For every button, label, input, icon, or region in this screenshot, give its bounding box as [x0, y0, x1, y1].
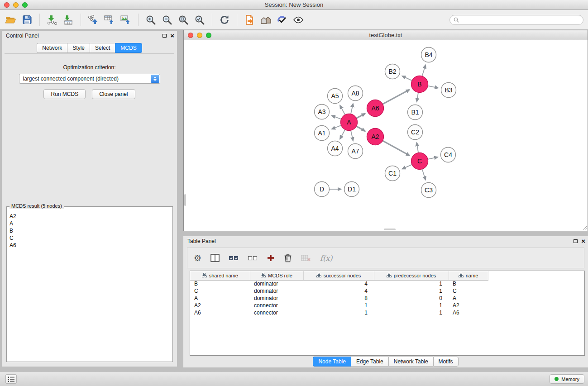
column-header-MCDS-role[interactable]: MCDS role [250, 271, 303, 280]
graph-edge-A-A2[interactable] [356, 126, 365, 131]
graph-node-B1[interactable]: B1 [408, 105, 423, 120]
table-row[interactable]: Cdominator41C [190, 287, 488, 295]
close-panel-icon[interactable]: × [170, 32, 174, 40]
criterion-dropdown[interactable]: largest connected component (directed) [19, 74, 160, 84]
graph-edge-C-C4[interactable] [428, 157, 438, 159]
graph-edge-A-A3[interactable] [332, 115, 341, 119]
graph-edge-A-A1[interactable] [332, 125, 341, 129]
vertical-scroll-hint[interactable] [184, 194, 186, 206]
tab-style[interactable]: Style [67, 43, 90, 53]
graph-edge-C-C3[interactable] [422, 169, 425, 180]
graph-node-D1[interactable]: D1 [344, 182, 359, 197]
zoom-button[interactable] [22, 2, 28, 8]
result-item[interactable]: C [10, 234, 170, 242]
search-input[interactable] [461, 16, 583, 24]
memory-button[interactable]: Memory [550, 374, 584, 384]
function-builder-button[interactable]: f(x) [320, 251, 332, 265]
result-item[interactable]: A6 [10, 242, 170, 249]
tab-node-table[interactable]: Node Table [313, 357, 351, 367]
graph-edge-B-B1[interactable] [417, 92, 418, 102]
graph-node-D[interactable]: D [315, 182, 330, 197]
add-column-button[interactable] [267, 251, 275, 265]
graph-node-A7[interactable]: A7 [348, 144, 363, 159]
graph-node-A1[interactable]: A1 [315, 126, 330, 141]
graph-edge-A6-B[interactable] [382, 90, 409, 104]
table-row[interactable]: A2connector11A2 [190, 302, 488, 309]
table-settings-button[interactable]: ⚙ [194, 251, 201, 265]
network-zoom-button[interactable] [206, 33, 211, 38]
table-float-panel-icon[interactable] [574, 239, 578, 243]
table-row[interactable]: Adominator80A [190, 295, 488, 302]
column-layout-button[interactable] [210, 251, 220, 265]
graph-edge-A-A7[interactable] [351, 130, 353, 141]
refresh-view-button[interactable] [216, 12, 233, 28]
tab-network-table[interactable]: Network Table [388, 357, 433, 367]
graph-node-C3[interactable]: C3 [421, 183, 436, 198]
graph-node-A8[interactable]: A8 [348, 86, 363, 101]
graph-node-C[interactable]: C [411, 153, 428, 170]
network-minimize-button[interactable] [197, 33, 202, 38]
graph-node-A2[interactable]: A2 [367, 129, 384, 145]
result-item[interactable]: A [10, 220, 170, 227]
graph-edge-B-B3[interactable] [428, 86, 438, 88]
graph-node-A3[interactable]: A3 [315, 105, 330, 119]
tab-motifs[interactable]: Motifs [433, 357, 459, 367]
select-all-columns-button[interactable] [229, 251, 239, 265]
eye-button[interactable] [290, 12, 306, 28]
table-close-panel-icon[interactable]: × [581, 237, 585, 245]
graph-edge-C-C2[interactable] [417, 143, 419, 153]
open-session-button[interactable] [3, 12, 19, 28]
import-network-button[interactable] [44, 12, 60, 28]
table-row[interactable]: Bdominator41B [190, 280, 488, 287]
houses-button[interactable] [258, 12, 274, 28]
graph-node-A4[interactable]: A4 [328, 141, 343, 156]
graph-edge-B-B4[interactable] [422, 65, 425, 76]
graph-edge-C-C1[interactable] [402, 165, 412, 169]
close-panel-button[interactable]: Close panel [92, 89, 135, 99]
tab-mcds[interactable]: MCDS [115, 43, 142, 53]
graph-node-B3[interactable]: B3 [441, 83, 456, 98]
deselect-all-columns-button[interactable] [248, 251, 258, 265]
zoom-selected-button[interactable] [191, 12, 208, 28]
task-history-button[interactable] [5, 374, 17, 384]
column-header-shared-name[interactable]: shared name [190, 271, 250, 280]
graph-edge-A-A4[interactable] [340, 129, 345, 139]
delete-table-button[interactable] [301, 251, 311, 265]
tab-network[interactable]: Network [37, 43, 67, 53]
resize-grip-icon[interactable] [582, 225, 587, 230]
export-image-button[interactable] [118, 12, 134, 28]
float-panel-icon[interactable] [163, 34, 167, 38]
graph-node-C1[interactable]: C1 [385, 166, 400, 181]
tab-edge-table[interactable]: Edge Table [351, 357, 388, 367]
graph-node-A6[interactable]: A6 [367, 100, 384, 117]
graph-node-C2[interactable]: C2 [408, 125, 423, 140]
graph-node-B4[interactable]: B4 [421, 48, 436, 62]
close-button[interactable] [4, 2, 10, 8]
result-item[interactable]: B [10, 227, 170, 234]
graph-edge-B-B2[interactable] [402, 76, 412, 81]
graph-edge-A-A6[interactable] [356, 114, 365, 118]
graph-edge-A-A8[interactable] [351, 104, 353, 114]
graph-edge-A2-C[interactable] [382, 141, 409, 156]
zoom-in-button[interactable] [143, 12, 159, 28]
save-session-button[interactable] [19, 12, 35, 28]
graph-node-B[interactable]: B [411, 76, 428, 93]
network-canvas[interactable]: B4B2BB3A5A8A6B1A3AC2A1A2A4A7C4CC1C3DD1 [184, 40, 588, 231]
network-close-button[interactable] [188, 33, 193, 38]
delete-column-button[interactable] [284, 251, 292, 265]
graph-node-C4[interactable]: C4 [441, 148, 456, 162]
export-table-button[interactable] [101, 12, 118, 28]
zoom-fit-button[interactable] [175, 12, 191, 28]
result-item[interactable]: A2 [10, 213, 170, 220]
column-header-name[interactable]: name [449, 271, 488, 280]
export-network-button[interactable] [85, 12, 101, 28]
run-mcds-button[interactable]: Run MCDS [43, 89, 86, 99]
network-graph[interactable]: B4B2BB3A5A8A6B1A3AC2A1A2A4A7C4CC1C3DD1 [184, 40, 588, 231]
document-arrow-button[interactable] [241, 12, 258, 28]
column-header-predecessor-nodes[interactable]: predecessor nodes [374, 271, 449, 280]
graph-node-A[interactable]: A [341, 114, 358, 131]
minimize-button[interactable] [13, 2, 19, 8]
graph-node-B2[interactable]: B2 [385, 64, 400, 79]
table-row[interactable]: A6connector11A6 [190, 309, 488, 316]
graph-node-A5[interactable]: A5 [328, 89, 343, 104]
